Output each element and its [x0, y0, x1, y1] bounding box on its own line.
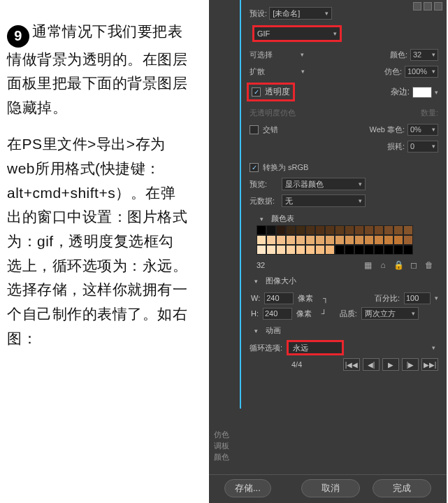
color-swatch[interactable]	[286, 245, 296, 255]
color-swatch[interactable]	[296, 245, 305, 255]
color-swatch[interactable]	[266, 225, 276, 235]
chevron-down-icon: ▾	[432, 126, 435, 133]
quality-dropdown[interactable]: 两次立方▾	[361, 307, 419, 320]
chevron-down-icon: ▾	[359, 197, 362, 204]
color-swatch[interactable]	[403, 235, 413, 245]
color-swatch[interactable]	[354, 235, 364, 245]
color-swatch[interactable]	[374, 235, 384, 245]
color-swatch[interactable]	[286, 235, 296, 245]
selectable-label: 可选择	[250, 50, 273, 60]
color-swatch[interactable]	[256, 235, 266, 245]
new-swatch-icon[interactable]: ◻	[407, 259, 420, 271]
loop-dropdown[interactable]: 永远	[287, 340, 344, 355]
lossy-input[interactable]: 0▾	[407, 141, 438, 153]
chevron-down-icon: ▾	[333, 30, 337, 37]
color-swatch[interactable]	[305, 235, 315, 245]
colors-input[interactable]: 32▾	[410, 49, 438, 61]
color-swatch[interactable]	[384, 225, 393, 235]
color-swatch[interactable]	[345, 235, 354, 245]
color-swatch[interactable]	[364, 235, 374, 245]
color-swatch[interactable]	[354, 245, 364, 255]
color-swatch[interactable]	[345, 225, 354, 235]
web-snap-input[interactable]: 0%▾	[407, 124, 438, 136]
color-swatch[interactable]	[315, 245, 325, 255]
window-controls[interactable]	[413, 2, 442, 10]
preset-value: [未命名]	[273, 8, 300, 19]
interlaced-checkbox[interactable]	[250, 125, 259, 134]
save-button[interactable]: 存储...	[224, 479, 271, 497]
color-swatch[interactable]	[305, 245, 315, 255]
color-swatch[interactable]	[335, 245, 345, 255]
tiny-btn[interactable]	[434, 2, 442, 10]
transparency-checkbox[interactable]: ✓	[252, 87, 261, 97]
color-swatch[interactable]	[335, 225, 345, 235]
color-swatch[interactable]	[276, 235, 286, 245]
frame-indicator: 4/4	[291, 360, 302, 369]
no-trans-dither-label: 无透明度仿色	[250, 108, 296, 118]
percent-input[interactable]	[404, 292, 431, 304]
trash-icon[interactable]: 🗑	[423, 259, 435, 271]
matte-swatch[interactable]	[412, 87, 432, 98]
instruction-paragraph-1: 9通常情况下我们要把表情做背景为透明的。在图层面板里把最下面的背景图层隐藏掉。	[7, 20, 189, 120]
color-swatch[interactable]	[315, 235, 325, 245]
palette-icon[interactable]: ▦	[361, 259, 374, 271]
color-swatch[interactable]	[393, 225, 403, 235]
color-swatch[interactable]	[354, 225, 364, 235]
color-swatch[interactable]	[266, 235, 276, 245]
last-frame-button[interactable]: ▶▶|	[421, 358, 438, 371]
web-snap-label: Web 靠色:	[369, 125, 405, 135]
color-swatch[interactable]	[325, 245, 335, 255]
color-swatch[interactable]	[286, 225, 296, 235]
play-button[interactable]: ▶	[382, 358, 399, 371]
chevron-down-icon: ▾	[412, 310, 415, 317]
color-swatch[interactable]	[325, 225, 335, 235]
prev-frame-button[interactable]: ◀|	[363, 358, 380, 371]
convert-srgb-checkbox[interactable]: ✓	[250, 163, 259, 172]
color-swatch[interactable]	[296, 235, 305, 245]
color-swatch[interactable]	[393, 235, 403, 245]
height-input[interactable]	[263, 308, 292, 320]
color-swatch[interactable]	[384, 245, 393, 255]
metadata-dropdown[interactable]: 无▾	[282, 194, 366, 207]
color-swatch[interactable]	[296, 225, 305, 235]
next-frame-button[interactable]: |▶	[402, 358, 419, 371]
color-table-grid[interactable]	[256, 225, 435, 255]
color-swatch[interactable]	[256, 225, 266, 235]
color-swatch[interactable]	[335, 235, 345, 245]
color-swatch[interactable]	[364, 245, 374, 255]
collapse-icon[interactable]: ▾	[256, 214, 266, 224]
dither-input[interactable]: 100%▾	[405, 66, 438, 78]
width-input[interactable]	[264, 292, 294, 304]
color-table-label: 颜色表	[271, 214, 294, 222]
lock-icon[interactable]: ⌂	[377, 259, 389, 271]
done-button[interactable]: 完成	[373, 479, 431, 497]
tiny-btn[interactable]	[424, 2, 432, 10]
collapse-icon[interactable]: ▾	[251, 276, 261, 286]
color-swatch[interactable]	[374, 245, 384, 255]
color-swatch[interactable]	[305, 225, 315, 235]
color-swatch[interactable]	[384, 235, 393, 245]
color-swatch[interactable]	[256, 245, 266, 255]
tiny-btn[interactable]	[413, 2, 421, 10]
color-count: 32	[256, 261, 265, 269]
color-swatch[interactable]	[393, 245, 403, 255]
color-swatch[interactable]	[364, 225, 374, 235]
color-swatch[interactable]	[325, 235, 335, 245]
height-label: H:	[251, 309, 259, 318]
color-swatch[interactable]	[315, 225, 325, 235]
color-swatch[interactable]	[276, 225, 286, 235]
color-swatch[interactable]	[403, 225, 413, 235]
color-swatch[interactable]	[374, 225, 384, 235]
color-swatch[interactable]	[276, 245, 286, 255]
preview-dropdown[interactable]: 显示器颜色▾	[282, 178, 366, 190]
color-swatch[interactable]	[345, 245, 354, 255]
preset-dropdown[interactable]: [未命名] ▾	[269, 7, 332, 20]
cancel-button[interactable]: 取消	[301, 479, 360, 497]
animation-label: 动画	[266, 326, 281, 334]
color-swatch[interactable]	[266, 245, 276, 255]
color-swatch[interactable]	[403, 245, 413, 255]
first-frame-button[interactable]: |◀◀	[343, 358, 360, 371]
format-dropdown[interactable]: GIF ▾	[252, 25, 342, 42]
lock2-icon[interactable]: 🔒	[392, 259, 405, 271]
collapse-icon[interactable]: ▾	[251, 326, 261, 336]
